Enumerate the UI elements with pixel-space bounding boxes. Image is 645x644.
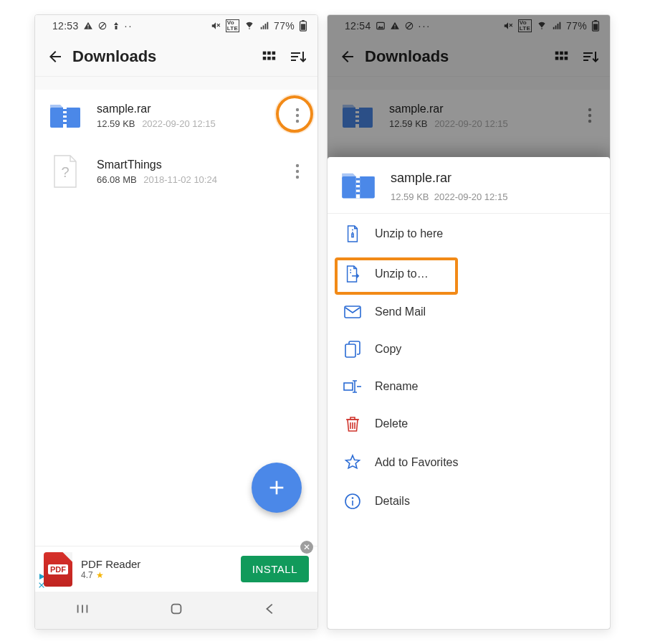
svg-point-57 [350,272,351,273]
svg-point-21 [296,176,299,179]
svg-rect-5 [302,20,305,22]
file-name: sample.rar [97,103,283,115]
file-date: 2018-11-02 10:24 [143,174,217,185]
signal-icon [259,21,269,31]
action-copy[interactable]: Copy [328,330,610,369]
file-row[interactable]: ? SmartThings 66.08 MB 2018-11-02 10:24 [35,146,317,197]
svg-rect-58 [345,306,360,318]
ad-banner[interactable]: PDF PDF Reader 4.7★ INSTALL ✕ [35,546,317,592]
action-label: Rename [375,380,418,393]
status-more-icon: ·· [125,20,133,32]
view-grid-button[interactable] [254,42,283,71]
svg-rect-10 [263,57,267,60]
home-button[interactable] [168,601,184,620]
back-button[interactable] [41,42,70,71]
action-add-favorite[interactable]: Add to Favorites [328,443,610,482]
phone-screenshot-2: 12:54 ··· VoLTE 77% Downloads [327,14,611,630]
file-size: 66.08 MB [97,174,137,185]
svg-point-20 [296,170,299,173]
svg-rect-12 [272,57,276,60]
zip-file-icon [47,100,84,131]
action-label: Delete [375,417,408,430]
sheet-file-date: 2022-09-20 12:15 [434,191,508,202]
mail-icon [343,305,362,319]
svg-point-67 [352,497,354,499]
action-label: Send Mail [375,306,426,318]
file-list: sample.rar 12.59 KB 2022-09-20 12:15 ? [35,90,317,197]
action-label: Details [375,495,410,508]
action-delete[interactable]: Delete [328,404,610,443]
ad-app-icon: PDF [44,552,72,587]
delete-icon [343,415,362,432]
status-battery-pct: 77% [274,20,295,32]
svg-rect-60 [344,383,353,390]
back-nav-button[interactable] [262,601,278,620]
action-rename[interactable]: Rename [328,369,610,404]
action-label: Copy [375,343,401,356]
action-label: Unzip to… [375,267,429,280]
block-icon [97,21,108,31]
system-nav-bar [35,592,317,629]
bottom-sheet: sample.rar 12.59 KB 2022-09-20 12:15 Unz… [328,157,610,629]
recents-button[interactable] [75,601,90,620]
ad-close-button[interactable]: ✕ [300,541,313,554]
action-details[interactable]: Details [328,482,610,521]
svg-rect-8 [267,51,271,55]
page-title: Downloads [72,47,254,66]
action-unzip-here[interactable]: Unzip to here [328,214,610,254]
sheet-action-list: Unzip to here Unzip to… Send Mail [328,214,610,521]
mute-icon [210,21,221,31]
svg-point-16 [296,114,299,117]
svg-rect-11 [267,57,271,60]
app-bar: Downloads [35,37,317,77]
unzip-here-icon [343,224,362,243]
action-send-mail[interactable]: Send Mail [328,294,610,330]
action-label: Add to Favorites [375,456,459,469]
svg-rect-55 [352,234,353,237]
action-label: Unzip to here [375,227,443,240]
file-menu-button[interactable] [283,101,312,130]
file-name: SmartThings [97,158,283,171]
sort-button[interactable] [283,42,312,71]
svg-rect-59 [345,344,355,357]
ad-rating: 4.7★ [81,570,140,580]
svg-point-54 [352,232,353,233]
sheet-file-size: 12.59 KB [391,191,429,202]
install-button[interactable]: INSTALL [241,556,309,582]
add-fab[interactable] [252,463,302,513]
zip-file-icon [340,170,381,203]
copy-icon [343,341,362,358]
ad-title: PDF Reader [81,558,140,570]
star-icon [343,454,362,471]
warning-icon [83,21,93,31]
rename-icon [343,379,362,394]
phone-screenshot-1: 12:53 ·· VoLTE 77% Downloads [34,14,318,630]
file-menu-button[interactable] [283,157,312,186]
status-time: 12:53 [52,20,79,32]
svg-rect-27 [172,605,181,614]
wifi-icon [244,21,255,31]
svg-point-15 [296,108,299,111]
sheet-header: sample.rar 12.59 KB 2022-09-20 12:15 [328,157,610,214]
status-bar: 12:53 ·· VoLTE 77% [35,15,317,37]
file-size: 12.59 KB [97,118,135,129]
svg-text:?: ? [61,164,69,180]
info-icon [343,493,362,510]
star-icon: ★ [96,570,104,580]
svg-rect-6 [301,24,305,29]
action-unzip-to[interactable]: Unzip to… [328,254,610,294]
misc-icon [112,21,120,31]
file-row[interactable]: sample.rar 12.59 KB 2022-09-20 12:15 [35,90,317,141]
svg-point-56 [350,270,351,271]
battery-icon [299,20,307,32]
unknown-file-icon: ? [47,156,84,187]
sheet-file-name: sample.rar [391,171,507,186]
svg-point-17 [296,120,299,123]
unzip-to-icon [343,265,362,283]
svg-point-53 [352,229,353,231]
file-date: 2022-09-20 12:15 [142,118,216,129]
svg-rect-9 [272,51,276,55]
volte-icon: VoLTE [226,19,239,32]
svg-line-1 [100,24,105,29]
svg-rect-7 [263,51,267,55]
